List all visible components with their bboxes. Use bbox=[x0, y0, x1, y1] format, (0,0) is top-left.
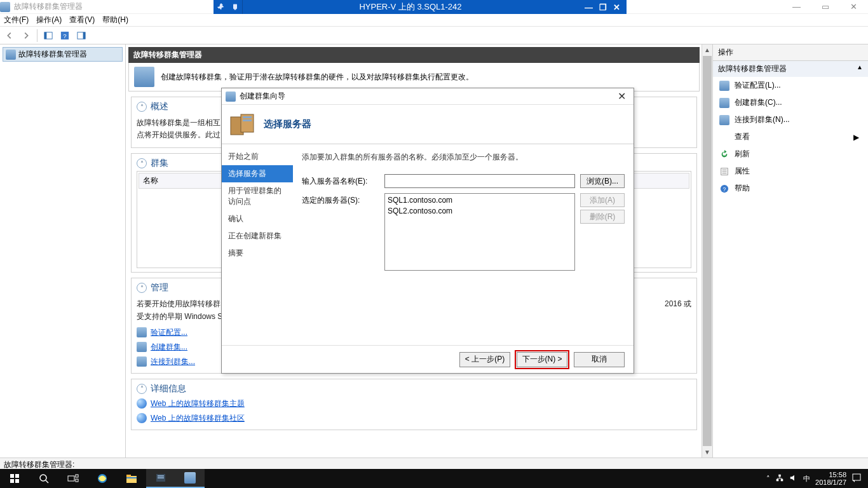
details-header[interactable]: ˄ 详细信息 bbox=[137, 383, 691, 396]
action-validate-label: 验证配置(L)... bbox=[735, 80, 781, 91]
wizard-nav-creating[interactable]: 正在创建新群集 bbox=[222, 227, 293, 245]
wizard-nav-before[interactable]: 开始之前 bbox=[222, 148, 293, 165]
clusters-title: 群集 bbox=[151, 158, 168, 169]
actions-group-label: 故障转移群集管理器 bbox=[718, 64, 787, 74]
svg-rect-1 bbox=[234, 9, 236, 10]
action-view-label: 查看 bbox=[719, 132, 750, 142]
hyperv-min-button[interactable]: — bbox=[585, 3, 593, 12]
vertical-scrollbar[interactable]: ▲ ▼ bbox=[702, 44, 712, 458]
show-hide-action-button[interactable] bbox=[74, 29, 88, 43]
connect-icon bbox=[137, 356, 147, 367]
taskbar-server-manager[interactable] bbox=[146, 469, 175, 488]
tree-root-label: 故障转移群集管理器 bbox=[18, 49, 87, 60]
link-web-topic[interactable]: Web 上的故障转移群集主题 bbox=[151, 398, 245, 409]
system-tray: ˄ 中 15:58 2018/1/27 bbox=[766, 471, 868, 486]
action-properties[interactable]: 属性 bbox=[713, 163, 868, 180]
scroll-thumb[interactable] bbox=[703, 56, 712, 446]
list-item[interactable]: SQL1.contoso.com bbox=[388, 195, 572, 206]
svg-rect-7 bbox=[83, 32, 86, 39]
label-selected-servers: 选定的服务器(S): bbox=[302, 193, 379, 206]
svg-rect-25 bbox=[76, 475, 78, 477]
taskbar-cluster-manager[interactable] bbox=[175, 469, 205, 488]
nav-forward-button[interactable] bbox=[19, 29, 33, 43]
search-button[interactable] bbox=[29, 469, 58, 488]
svg-rect-35 bbox=[781, 479, 783, 482]
wizard-footer: < 上一步(P) 下一步(N) > 取消 bbox=[222, 345, 634, 373]
selected-servers-list[interactable]: SQL1.contoso.com SQL2.contoso.com bbox=[384, 193, 575, 271]
intro-text: 创建故障转移群集，验证用于潜在故障转移群集的硬件，以及对故障转移群集执行配置更改… bbox=[161, 72, 473, 83]
next-button[interactable]: 下一步(N) > bbox=[517, 352, 567, 367]
start-button[interactable] bbox=[0, 469, 29, 488]
tray-chevron-icon[interactable]: ˄ bbox=[766, 475, 770, 483]
taskbar-explorer[interactable] bbox=[117, 469, 146, 488]
tray-notifications-icon[interactable] bbox=[851, 473, 862, 484]
scroll-down-icon[interactable]: ▼ bbox=[702, 447, 712, 458]
tray-network-icon[interactable] bbox=[775, 473, 784, 484]
wizard-close-button[interactable]: ✕ bbox=[614, 90, 630, 102]
help-button[interactable]: ? bbox=[58, 29, 72, 43]
menu-file[interactable]: 文件(F) bbox=[4, 15, 29, 25]
nav-back-button[interactable] bbox=[3, 29, 17, 43]
wizard-hint: 添加要加入群集的所有服务器的名称。必须添加至少一个服务器。 bbox=[302, 151, 625, 174]
action-properties-label: 属性 bbox=[735, 166, 750, 177]
wizard-titlebar: 创建群集向导 ✕ bbox=[222, 88, 634, 105]
cancel-button[interactable]: 取消 bbox=[574, 352, 625, 367]
wizard-nav-summary[interactable]: 摘要 bbox=[222, 245, 293, 262]
actions-group-header[interactable]: 故障转移群集管理器 ▲ bbox=[713, 61, 868, 77]
wizard-nav-access[interactable]: 用于管理群集的访问点 bbox=[222, 182, 293, 210]
hyperv-restore-button[interactable]: ❐ bbox=[599, 3, 607, 12]
taskbar: ˄ 中 15:58 2018/1/27 bbox=[0, 469, 868, 488]
create-cluster-wizard: 创建群集向导 ✕ 选择服务器 开始之前 选择服务器 用于管理群集的访问点 确认 … bbox=[221, 88, 634, 374]
actions-pane-title: 操作 bbox=[713, 44, 868, 61]
show-hide-tree-button[interactable] bbox=[41, 29, 55, 43]
link-create[interactable]: 创建群集... bbox=[151, 342, 187, 353]
hyperv-title: HYPER-V 上的 3.SQL1-242 bbox=[243, 1, 578, 13]
wizard-nav-select[interactable]: 选择服务器 bbox=[222, 165, 293, 182]
action-validate[interactable]: 验证配置(L)... bbox=[713, 77, 868, 94]
action-refresh[interactable]: 刷新 bbox=[713, 146, 868, 163]
taskbar-ie[interactable] bbox=[88, 469, 117, 488]
submenu-arrow-icon: ▶ bbox=[853, 133, 859, 142]
tree-root-item[interactable]: 故障转移群集管理器 bbox=[3, 47, 123, 62]
browse-button[interactable]: 浏览(B)... bbox=[580, 174, 625, 188]
toolbar-separator bbox=[37, 29, 37, 42]
menu-help[interactable]: 帮助(H) bbox=[102, 15, 128, 25]
tray-volume-icon[interactable] bbox=[789, 473, 798, 484]
action-create[interactable]: 创建群集(C)... bbox=[713, 94, 868, 111]
link-validate[interactable]: 验证配置... bbox=[151, 327, 187, 338]
tray-clock[interactable]: 15:58 2018/1/27 bbox=[815, 471, 846, 486]
hyperv-close-button[interactable]: ✕ bbox=[613, 3, 620, 12]
outer-max-button[interactable]: ▭ bbox=[811, 0, 839, 14]
tray-ime[interactable]: 中 bbox=[803, 474, 810, 484]
overview-title: 概述 bbox=[151, 101, 168, 112]
outer-close-button[interactable]: ✕ bbox=[839, 0, 868, 14]
list-item[interactable]: SQL2.contoso.com bbox=[388, 206, 572, 217]
menu-view[interactable]: 查看(V) bbox=[69, 15, 95, 25]
outer-min-button[interactable]: — bbox=[782, 0, 811, 14]
scroll-up-icon[interactable]: ▲ bbox=[702, 44, 712, 55]
hyperv-pin-icon[interactable] bbox=[214, 0, 243, 14]
wizard-banner-title: 选择服务器 bbox=[264, 118, 311, 130]
svg-text:?: ? bbox=[723, 186, 726, 192]
action-connect[interactable]: 连接到群集(N)... bbox=[713, 111, 868, 128]
chevron-up-icon: ˄ bbox=[137, 158, 147, 168]
svg-rect-17 bbox=[243, 119, 252, 121]
link-web-community[interactable]: Web 上的故障转移群集社区 bbox=[151, 413, 245, 424]
prev-button[interactable]: < 上一步(P) bbox=[459, 352, 510, 367]
svg-rect-30 bbox=[126, 477, 137, 478]
action-view[interactable]: 查看▶ bbox=[713, 128, 868, 146]
wizard-icon bbox=[226, 92, 236, 102]
manage-title: 管理 bbox=[151, 282, 168, 294]
wizard-nav-confirm[interactable]: 确认 bbox=[222, 210, 293, 227]
svg-rect-26 bbox=[76, 479, 78, 482]
server-name-input[interactable] bbox=[384, 174, 575, 188]
globe-icon bbox=[137, 398, 147, 409]
action-help[interactable]: ?帮助 bbox=[713, 180, 868, 197]
link-connect[interactable]: 连接到群集... bbox=[151, 356, 195, 367]
svg-line-23 bbox=[46, 480, 48, 483]
details-title: 详细信息 bbox=[151, 383, 186, 395]
action-connect-label: 连接到群集(N)... bbox=[735, 114, 790, 125]
taskview-button[interactable] bbox=[58, 469, 88, 488]
validate-icon bbox=[137, 327, 147, 337]
menu-action[interactable]: 操作(A) bbox=[36, 15, 62, 25]
